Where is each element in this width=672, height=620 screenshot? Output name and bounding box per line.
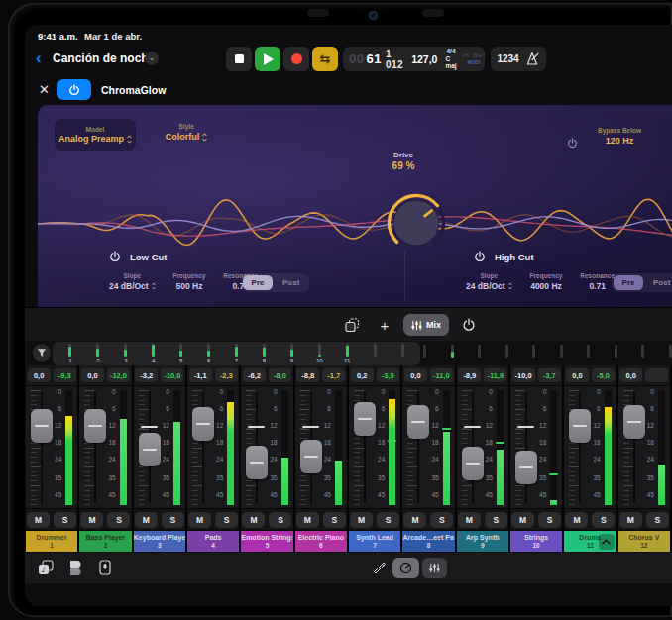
fader-handle[interactable] xyxy=(623,405,645,439)
overview-meter[interactable]: 5 xyxy=(168,344,195,364)
expand-track-button[interactable] xyxy=(599,534,615,550)
track-name-tile[interactable]: Chorus V12 xyxy=(618,531,670,552)
high-cut-frequency[interactable]: Frequency 4000 Hz xyxy=(530,272,563,291)
high-cut-resonance[interactable]: Resonance 0.71 xyxy=(580,272,615,291)
peak-level-readout[interactable]: -10,0 xyxy=(161,368,183,382)
overview-meter[interactable]: 10 xyxy=(305,344,333,364)
volume-readout[interactable]: -6,2 xyxy=(243,368,266,382)
mute-button[interactable]: M xyxy=(458,512,481,528)
mute-button[interactable]: M xyxy=(403,512,426,528)
low-cut-slope[interactable]: Slope 24 dB/Oct xyxy=(109,272,156,291)
overview-meter[interactable]: 8 xyxy=(250,344,278,364)
solo-button[interactable]: S xyxy=(538,512,561,528)
low-cut-frequency[interactable]: Frequency 500 Hz xyxy=(173,272,206,291)
overview-meter[interactable]: 11 xyxy=(333,344,361,364)
project-title[interactable]: Canción de noche xyxy=(53,52,155,65)
mute-button[interactable]: M xyxy=(188,512,211,528)
fader-handle[interactable] xyxy=(354,402,376,436)
style-picker[interactable]: Style Colorful xyxy=(155,123,218,142)
track-name-tile[interactable]: Strings10 xyxy=(510,531,562,552)
volume-readout[interactable]: 0,2 xyxy=(351,368,374,382)
peak-level-readout[interactable]: -11,0 xyxy=(430,368,453,382)
volume-readout[interactable]: -1,1 xyxy=(189,368,212,382)
mute-button[interactable]: M xyxy=(565,512,588,528)
filter-button[interactable] xyxy=(33,344,51,362)
duplicate-button[interactable] xyxy=(338,314,366,336)
peak-level-readout[interactable]: -1,7 xyxy=(322,368,345,382)
play-button[interactable] xyxy=(255,47,280,71)
live-loops-button[interactable] xyxy=(66,559,84,576)
volume-readout[interactable]: 0,0 xyxy=(566,368,589,382)
pre-button[interactable]: Pre xyxy=(243,275,273,290)
pre-button[interactable]: Pre xyxy=(614,275,643,290)
bypass-power-icon[interactable] xyxy=(567,135,578,153)
close-icon[interactable]: ✕ xyxy=(39,82,50,97)
fader-handle[interactable] xyxy=(407,405,429,439)
add-track-button[interactable]: + xyxy=(374,314,395,336)
track-name-tile[interactable]: Drums11 xyxy=(564,531,616,552)
track-name-tile[interactable]: Synth Lead7 xyxy=(349,531,400,552)
volume-readout[interactable]: 0,0 xyxy=(81,368,104,382)
solo-button[interactable]: S xyxy=(54,512,76,528)
track-name-tile[interactable]: Arp Synth9 xyxy=(457,531,508,552)
overview-meter[interactable] xyxy=(389,344,416,364)
volume-readout[interactable]: -3,2 xyxy=(135,368,158,382)
peak-level-readout[interactable] xyxy=(645,368,668,382)
solo-button[interactable]: S xyxy=(485,512,507,528)
fader-handle[interactable] xyxy=(569,409,591,443)
solo-button[interactable]: S xyxy=(162,512,184,528)
mute-button[interactable]: M xyxy=(242,512,265,528)
peak-level-readout[interactable]: -9,3 xyxy=(54,368,76,382)
solo-button[interactable]: S xyxy=(107,512,130,528)
post-button[interactable]: Post xyxy=(645,275,672,290)
cycle-button[interactable]: ⇆ xyxy=(312,47,338,71)
mute-button[interactable]: M xyxy=(27,512,50,528)
metronome-icon[interactable] xyxy=(526,52,540,66)
volume-readout[interactable]: -8,9 xyxy=(458,368,481,382)
volume-readout[interactable]: 0,0 xyxy=(28,368,51,382)
mute-button[interactable]: M xyxy=(296,512,319,528)
solo-button[interactable]: S xyxy=(215,512,238,528)
track-overview-meters[interactable]: 1234567891011 xyxy=(53,342,420,365)
overview-meter[interactable]: 9 xyxy=(278,344,305,364)
count-in-button[interactable]: 1234 xyxy=(497,53,518,64)
fader-handle[interactable] xyxy=(192,407,214,441)
low-cut-power-icon[interactable] xyxy=(109,251,121,262)
track-name-tile[interactable]: Emotion Strings5 xyxy=(241,531,292,552)
fader-handle[interactable] xyxy=(84,409,106,443)
bypass-below-control[interactable]: Bypass Below 120 Hz xyxy=(585,127,654,146)
stop-button[interactable] xyxy=(226,47,252,71)
fader-handle[interactable] xyxy=(300,440,322,473)
mix-view-button[interactable]: Mix xyxy=(403,314,449,336)
plugin-power-button[interactable] xyxy=(57,79,91,100)
plugins-button[interactable] xyxy=(96,559,114,576)
overview-meter[interactable]: 2 xyxy=(84,344,112,364)
solo-button[interactable]: S xyxy=(430,512,453,528)
fader-handle[interactable] xyxy=(462,447,484,480)
solo-button[interactable]: S xyxy=(377,512,399,528)
track-name-tile[interactable]: Bass Player2 xyxy=(79,531,131,552)
mute-button[interactable]: M xyxy=(619,512,642,528)
high-cut-power-icon[interactable] xyxy=(474,251,486,262)
volume-readout[interactable]: -8,8 xyxy=(296,368,319,382)
overview-meter[interactable]: 3 xyxy=(112,344,140,364)
solo-button[interactable]: S xyxy=(323,512,346,528)
project-menu-chevron-icon[interactable]: ⌄ xyxy=(145,52,159,65)
volume-readout[interactable]: 0,0 xyxy=(619,368,642,382)
solo-button[interactable]: S xyxy=(592,512,615,528)
lcd-display[interactable]: 00 61 1 012 127,0 4/4 C maj In Out MIDI xyxy=(343,47,485,71)
peak-level-readout[interactable]: -3,9 xyxy=(377,368,399,382)
peak-level-readout[interactable]: -3,7 xyxy=(538,368,561,382)
overview-meter[interactable]: 4 xyxy=(140,344,168,364)
drive-knob[interactable] xyxy=(373,187,460,260)
track-name-tile[interactable]: Drummer1 xyxy=(26,531,77,552)
peak-level-readout[interactable]: -5,0 xyxy=(592,368,615,382)
mute-button[interactable]: M xyxy=(135,512,158,528)
track-name-tile[interactable]: Arcade…eet Pad8 xyxy=(402,531,454,552)
overview-meter[interactable]: 7 xyxy=(223,344,251,364)
mute-button[interactable]: M xyxy=(350,512,373,528)
volume-readout[interactable]: -10,0 xyxy=(512,368,535,382)
overview-meter[interactable]: 6 xyxy=(195,344,223,364)
loop-browser-button[interactable]: ♪ xyxy=(37,559,55,576)
record-button[interactable] xyxy=(283,47,309,71)
